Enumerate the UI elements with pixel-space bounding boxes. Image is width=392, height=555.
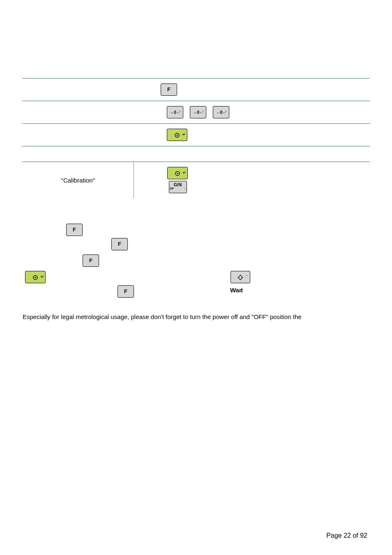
f-key-icon: F <box>111 238 128 250</box>
enter-arrow-icon: ↵ <box>183 167 186 178</box>
cell-r3-left <box>23 101 134 124</box>
print-enter-key-icon: ↵ <box>25 271 46 283</box>
enter-arrow-icon: ↵ <box>182 129 186 140</box>
cell-r4-left <box>23 124 134 146</box>
gn-key-icon: G/N SP ↑ <box>169 181 187 193</box>
print-enter-key-icon: ↵ <box>167 129 187 141</box>
svg-point-1 <box>177 134 178 136</box>
f-key-icon: F <box>66 224 83 236</box>
cell-r3-right: →0← ∩ →0← ∩ →0← ∩ <box>134 101 369 124</box>
cell-r5-left-empty <box>23 146 134 162</box>
cell-r2-right: F <box>134 79 369 101</box>
wait-label: Waıt <box>230 287 243 294</box>
print-icon <box>174 132 180 138</box>
cell-r5-right: ↵ G/N SP ↑ <box>134 162 369 199</box>
cell-r2-left <box>23 79 134 101</box>
svg-point-5 <box>35 277 36 278</box>
tare-key-icon: → <box>231 271 250 283</box>
print-icon <box>32 275 38 280</box>
flow-diagram: F F F ↵ → F Waıt <box>23 215 369 305</box>
procedure-table: F →0← ∩ →0← ∩ →0← ∩ <box>23 70 369 198</box>
tare-diamond-icon <box>238 275 243 280</box>
zero-key-icon: →0← ∩ <box>190 106 206 118</box>
cell-r1-right <box>134 70 369 79</box>
f-key-icon: F <box>161 83 177 96</box>
zero-key-icon: →0← ∩ <box>213 106 229 118</box>
cell-r1-left <box>23 70 134 79</box>
page-footer: Page 22 of 92 <box>326 532 367 539</box>
enter-arrow-icon: ↵ <box>41 271 44 282</box>
right-arrow-icon: → <box>245 270 248 282</box>
f-key-icon: F <box>83 254 99 267</box>
print-icon <box>175 171 180 176</box>
svg-point-3 <box>177 173 178 174</box>
cell-r5-left: "Calibration" <box>23 162 134 199</box>
print-enter-key-icon: ↵ <box>167 167 188 179</box>
cell-r4-right: ↵ <box>134 124 369 146</box>
calibration-label: "Calibration" <box>61 177 95 184</box>
cell-r5-right-empty <box>134 146 369 162</box>
f-key-icon: F <box>118 285 134 298</box>
body-paragraph: Especially for legal metrological usage,… <box>23 312 369 321</box>
zero-key-icon: →0← ∩ <box>167 106 183 118</box>
